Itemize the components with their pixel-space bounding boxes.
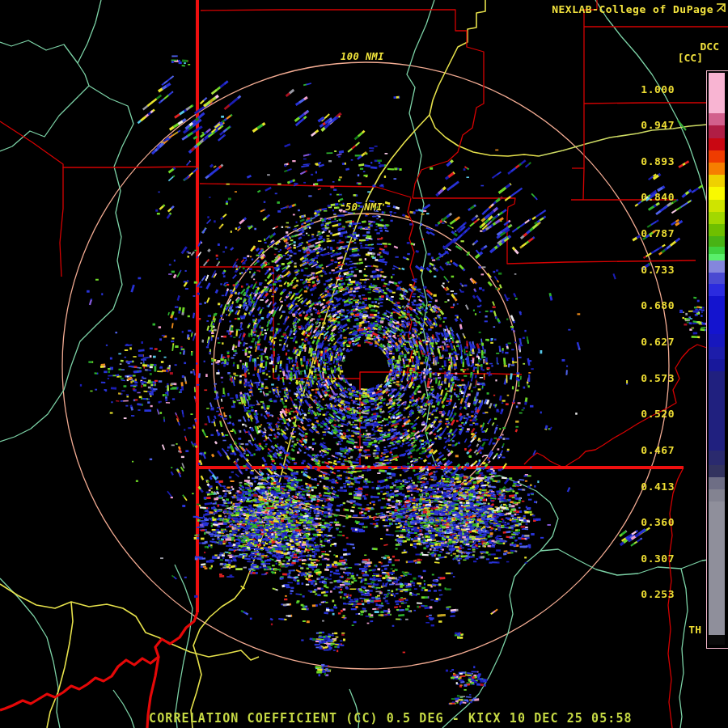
- colorbar-segment: [709, 347, 725, 359]
- product-caption: CORRELATION COEFFICIENT (CC) 0.5 DEG - K…: [149, 711, 633, 726]
- station-title: NEXLAB-College of DuPage: [552, 3, 713, 15]
- colorbar-segment: [709, 489, 725, 502]
- colorbar-segment: [709, 371, 725, 451]
- colorbar-segment: [709, 477, 725, 489]
- range-ring-label-50: 50 NMI: [345, 201, 383, 213]
- colorbar-segment: [709, 200, 725, 212]
- colorbar-segment: [709, 163, 725, 175]
- radar-echoes-layer: [0, 0, 728, 728]
- colorbar-segment: [709, 175, 725, 187]
- product-code-label: DCC: [700, 40, 719, 53]
- range-ring-label-100: 100 NMI: [341, 51, 384, 62]
- colorbar-segment: [709, 187, 725, 200]
- colorbar-segment: [709, 260, 725, 273]
- colorbar-segment: [709, 359, 725, 371]
- colorbar-segment: [709, 635, 725, 645]
- threshold-label: TH: [688, 624, 701, 636]
- colorbar-segment: [709, 451, 725, 465]
- colorbar-scale: [709, 73, 725, 645]
- colorbar-segment: [709, 247, 725, 254]
- colorbar-segment: [709, 212, 725, 224]
- colorbar-segment: [709, 113, 725, 125]
- colorbar-segment: [709, 254, 725, 260]
- colorbar-segment: [709, 150, 725, 163]
- colorbar-segment: [709, 138, 725, 150]
- colorbar: [706, 70, 728, 649]
- colorbar-segment: [709, 273, 725, 284]
- colorbar-segment: [709, 296, 725, 334]
- radar-display: NEXLAB-College of DuPage DCC [CC] 1.0000…: [0, 0, 728, 728]
- cod-logo-icon: [715, 2, 726, 14]
- colorbar-segment: [709, 224, 725, 236]
- colorbar-segment: [709, 73, 725, 113]
- colorbar-segment: [709, 465, 725, 477]
- colorbar-segment: [709, 502, 725, 635]
- colorbar-segment: [709, 125, 725, 138]
- product-unit-label: [CC]: [678, 52, 703, 64]
- colorbar-segment: [709, 334, 725, 347]
- colorbar-segment: [709, 236, 725, 247]
- colorbar-segment: [709, 284, 725, 296]
